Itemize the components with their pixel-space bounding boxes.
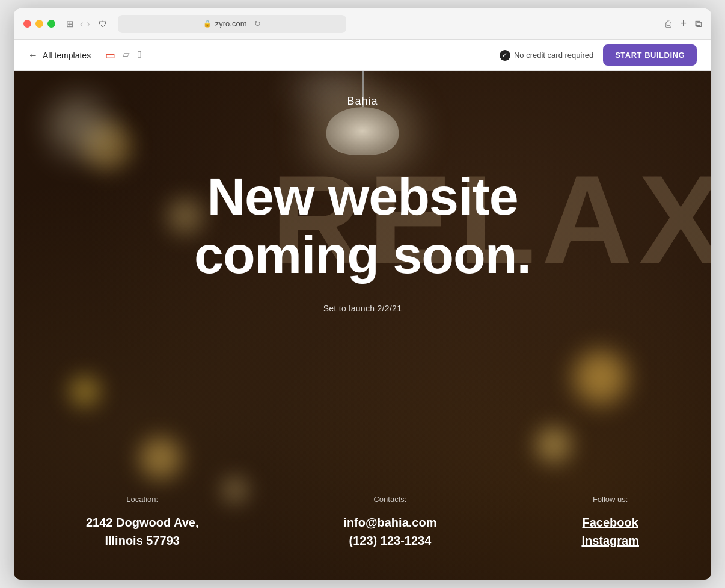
reload-icon[interactable]: ↻ bbox=[254, 19, 261, 28]
close-button[interactable] bbox=[23, 20, 31, 28]
social-links: Facebook Instagram bbox=[581, 513, 639, 550]
toolbar-right: ✓ No credit card required START BUILDING bbox=[500, 44, 697, 66]
browser-window: ⊞ ‹ › 🛡 🔒 zyro.com ↻ ⎙ + ⧉ ← All templat… bbox=[14, 8, 711, 580]
footer-info: Location: 2142 Dogwood Ave, Illinois 577… bbox=[14, 495, 711, 580]
url-text: zyro.com bbox=[215, 19, 247, 28]
back-arrow-icon: ← bbox=[28, 50, 38, 61]
lock-icon: 🔒 bbox=[203, 20, 212, 28]
desktop-view-icon[interactable]: ▭ bbox=[105, 49, 115, 62]
footer-divider-2 bbox=[509, 498, 509, 547]
location-line2: Illinois 57793 bbox=[86, 531, 198, 550]
headline-line1: New website bbox=[194, 168, 531, 226]
contacts-value: info@bahia.com (123) 123-1234 bbox=[343, 513, 436, 550]
pendant-shade bbox=[326, 107, 399, 155]
pendant-light bbox=[326, 71, 399, 155]
bokeh-light-7 bbox=[574, 351, 628, 405]
new-tab-icon[interactable]: + bbox=[680, 17, 687, 30]
share-icon[interactable]: ⎙ bbox=[665, 19, 671, 29]
traffic-lights bbox=[23, 20, 55, 28]
mobile-view-icon[interactable]: ▯ bbox=[137, 49, 142, 62]
start-building-button[interactable]: START BUILDING bbox=[603, 44, 697, 66]
site-name: Bahia bbox=[347, 95, 378, 108]
bokeh-light-8 bbox=[536, 427, 572, 463]
forward-arrow-icon[interactable]: › bbox=[87, 19, 90, 29]
minimize-button[interactable] bbox=[35, 20, 43, 28]
nav-arrows: ‹ › bbox=[80, 19, 90, 29]
device-toggles: ▭ ▱ ▯ bbox=[105, 49, 142, 62]
launch-date: Set to launch 2/2/21 bbox=[323, 304, 402, 313]
location-label: Location: bbox=[86, 495, 198, 504]
shield-icon: 🛡 bbox=[99, 19, 107, 29]
title-bar: ⊞ ‹ › 🛡 🔒 zyro.com ↻ ⎙ + ⧉ bbox=[14, 8, 711, 40]
location-value: 2142 Dogwood Ave, Illinois 57793 bbox=[86, 513, 198, 550]
all-templates-link[interactable]: ← All templates bbox=[28, 50, 91, 61]
bokeh-light-4 bbox=[70, 376, 100, 406]
tabs-icon[interactable]: ⧉ bbox=[695, 19, 702, 29]
no-credit-card-notice: ✓ No credit card required bbox=[500, 50, 593, 61]
preview-area: RELAX Bahia New website coming soon. Set… bbox=[14, 71, 711, 580]
bokeh-light-3 bbox=[49, 96, 109, 156]
website-background: RELAX Bahia New website coming soon. Set… bbox=[14, 71, 711, 580]
check-icon: ✓ bbox=[500, 50, 510, 61]
headline: New website coming soon. bbox=[194, 168, 531, 284]
phone-value: (123) 123-1234 bbox=[343, 531, 436, 550]
no-credit-card-label: No credit card required bbox=[514, 51, 593, 60]
bokeh-light-5 bbox=[139, 437, 182, 479]
sidebar-toggle-icon[interactable]: ⊞ bbox=[66, 19, 74, 29]
headline-section: New website coming soon. bbox=[194, 168, 531, 284]
location-line1: 2142 Dogwood Ave, bbox=[86, 513, 198, 531]
footer-contacts: Contacts: info@bahia.com (123) 123-1234 bbox=[343, 495, 436, 550]
email-value: info@bahia.com bbox=[343, 513, 436, 531]
facebook-link[interactable]: Facebook bbox=[581, 513, 639, 531]
back-arrow-icon[interactable]: ‹ bbox=[80, 19, 83, 29]
bokeh-light-1 bbox=[84, 122, 132, 170]
maximize-button[interactable] bbox=[47, 20, 55, 28]
contacts-label: Contacts: bbox=[343, 495, 436, 504]
browser-actions: ⎙ + ⧉ bbox=[665, 17, 702, 30]
headline-line2: coming soon. bbox=[194, 226, 531, 284]
address-bar[interactable]: 🔒 zyro.com ↻ bbox=[118, 15, 346, 33]
footer-divider-1 bbox=[271, 498, 271, 547]
tablet-view-icon[interactable]: ▱ bbox=[123, 49, 130, 62]
footer-location: Location: 2142 Dogwood Ave, Illinois 577… bbox=[86, 495, 198, 550]
instagram-link[interactable]: Instagram bbox=[581, 531, 639, 550]
toolbar: ← All templates ▭ ▱ ▯ ✓ No credit card r… bbox=[14, 40, 711, 71]
all-templates-label: All templates bbox=[43, 51, 91, 60]
footer-social: Follow us: Facebook Instagram bbox=[581, 495, 639, 550]
follow-label: Follow us: bbox=[581, 495, 639, 504]
